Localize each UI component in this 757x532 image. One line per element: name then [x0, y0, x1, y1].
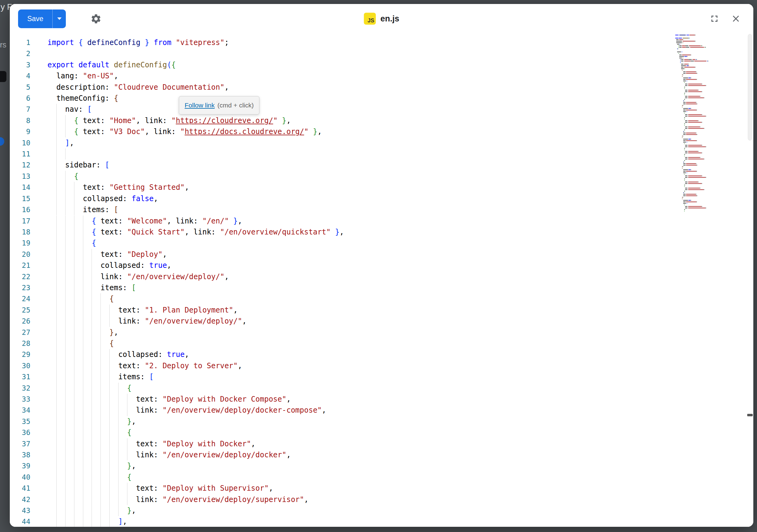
code-line[interactable]: 38link: "/en/overview/deploy/docker",	[10, 449, 753, 460]
code-line[interactable]: 29collapsed: true,	[10, 349, 753, 360]
close-button[interactable]	[731, 14, 741, 24]
indent-guide	[92, 494, 101, 505]
indent-guide	[83, 427, 92, 438]
code-line[interactable]: 40{	[10, 472, 753, 483]
save-button[interactable]: Save	[18, 10, 52, 28]
code-line[interactable]: 30text: "2. Deploy to Server",	[10, 360, 753, 371]
indent-guide	[83, 505, 92, 516]
code-line[interactable]: 12sidebar: [	[10, 160, 753, 170]
code-token: nav:	[65, 105, 87, 114]
code-line[interactable]: 3export default defineConfig({	[10, 59, 753, 71]
code-link[interactable]: https://docs.cloudreve.org/	[185, 127, 304, 136]
code-token: text:	[96, 217, 127, 225]
code-token: ,	[304, 495, 308, 504]
code-token: {	[109, 339, 114, 348]
indent-guide	[74, 371, 83, 382]
code-line-content: collapsed: true,	[30, 349, 189, 360]
code-line[interactable]: 18{ text: "Quick Start", link: "/en/over…	[10, 226, 753, 238]
code-line[interactable]: 7nav: [	[10, 104, 753, 115]
scrollbar-thumb[interactable]	[748, 34, 752, 140]
minimap-line	[675, 68, 724, 69]
code-line[interactable]: 36{	[10, 427, 753, 438]
code-line[interactable]: 28{	[10, 338, 753, 349]
code-line[interactable]: 27},	[10, 327, 753, 338]
code-line[interactable]: 14text: "Getting Started",	[10, 182, 753, 193]
code-token: , link:	[145, 127, 180, 136]
indent-guide	[127, 405, 136, 416]
indent-guide	[47, 260, 56, 271]
code-line[interactable]: 8{ text: "Home", link: "https://cloudrev…	[10, 115, 753, 126]
line-number: 43	[10, 505, 30, 516]
code-editor[interactable]: 1import { defineConfig } from "vitepress…	[10, 33, 753, 527]
code-line[interactable]: 43},	[10, 505, 753, 516]
indent-guide	[65, 516, 74, 527]
code-line[interactable]: 25text: "1. Plan Deployment",	[10, 305, 753, 315]
code-line[interactable]: 31items: [	[10, 371, 753, 382]
code-line[interactable]: 21collapsed: true,	[10, 260, 753, 271]
code-token: collapsed:	[83, 194, 132, 203]
follow-link[interactable]: Follow link	[185, 100, 215, 111]
indent-guide	[47, 293, 56, 304]
settings-button[interactable]	[90, 13, 102, 24]
scrollbar[interactable]	[746, 33, 753, 527]
save-dropdown-button[interactable]	[52, 10, 66, 28]
indent-guide	[92, 327, 101, 338]
code-line[interactable]: 24{	[10, 293, 753, 304]
code-line[interactable]: 33text: "Deploy with Docker Compose",	[10, 394, 753, 405]
minimap-line	[675, 191, 724, 192]
line-number: 38	[10, 449, 30, 460]
code-line[interactable]: 22link: "/en/overview/deploy/",	[10, 271, 753, 282]
fullscreen-button[interactable]	[709, 14, 720, 24]
indent-guide	[83, 416, 92, 427]
code-line[interactable]: 9{ text: "V3 Doc", link: "https://docs.c…	[10, 126, 753, 137]
code-line[interactable]: 17{ text: "Welcome", link: "/en/" },	[10, 216, 753, 226]
code-token: false	[132, 194, 154, 203]
indent-guide	[83, 260, 92, 271]
minimap-line	[675, 177, 724, 178]
indent-guide	[101, 360, 109, 371]
indent-guide	[101, 416, 109, 427]
indent-guide	[83, 226, 92, 238]
minimap-line	[675, 134, 724, 135]
minimap-line	[675, 197, 724, 198]
code-line[interactable]: 5description: "Cloudreve Documentation",	[10, 82, 753, 93]
indent-guide	[109, 494, 118, 505]
code-line[interactable]: 19{	[10, 238, 753, 249]
code-line[interactable]: 6themeConfig: {	[10, 93, 753, 104]
code-line[interactable]: 32{	[10, 383, 753, 394]
code-line[interactable]: 4lang: "en-US",	[10, 71, 753, 81]
code-token: "Getting Started"	[109, 183, 185, 192]
code-line-content: import { defineConfig } from "vitepress"…	[30, 37, 229, 48]
code-line[interactable]: 35},	[10, 416, 753, 427]
code-line[interactable]: 44],	[10, 516, 753, 527]
indent-guide	[109, 427, 118, 438]
indent-guide	[56, 483, 65, 494]
indent-guide	[109, 383, 118, 394]
code-line[interactable]: 11	[10, 148, 753, 160]
code-line[interactable]: 15collapsed: false,	[10, 193, 753, 204]
code-line-content: themeConfig: {	[30, 93, 118, 104]
minimap-line	[675, 169, 724, 170]
code-line[interactable]: 13{	[10, 171, 753, 182]
code-line[interactable]: 23items: [	[10, 282, 753, 293]
code-line[interactable]: 37text: "Deploy with Docker",	[10, 438, 753, 449]
code-line[interactable]: 34link: "/en/overview/deploy/docker-comp…	[10, 405, 753, 416]
minimap[interactable]	[675, 35, 724, 212]
code-line[interactable]: 26link: "/en/overview/deploy/",	[10, 315, 753, 327]
indent-guide	[47, 371, 56, 382]
code-token: ,	[317, 127, 321, 136]
code-line[interactable]: 10],	[10, 137, 753, 148]
code-line[interactable]: 16items: [	[10, 204, 753, 215]
indent-guide	[74, 516, 83, 527]
line-number: 10	[10, 137, 30, 148]
code-line[interactable]: 42link: "/en/overview/deploy/supervisor"…	[10, 494, 753, 505]
code-link[interactable]: https://cloudreve.org/	[176, 116, 273, 125]
minimap-line	[675, 102, 724, 103]
code-line[interactable]: 2	[10, 48, 753, 59]
code-line[interactable]: 41text: "Deploy with Supervisor",	[10, 483, 753, 494]
code-line[interactable]: 20text: "Deploy",	[10, 249, 753, 260]
indent-guide	[56, 472, 65, 483]
code-line[interactable]: 1import { defineConfig } from "vitepress…	[10, 37, 753, 48]
code-line[interactable]: 39},	[10, 460, 753, 471]
indent-guide	[65, 394, 74, 405]
